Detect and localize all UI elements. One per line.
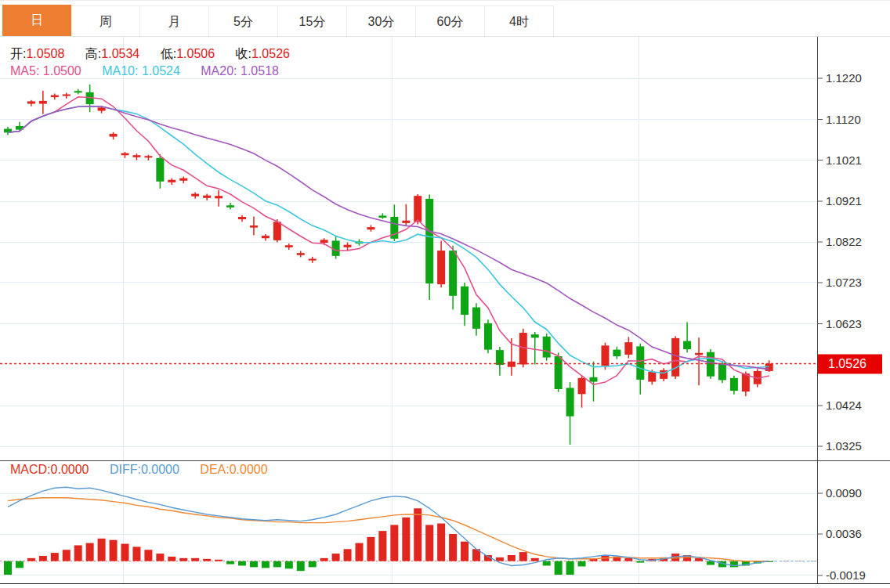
macd-bar: [356, 543, 364, 561]
macd-bar: [273, 561, 281, 568]
tab-60min[interactable]: 60分: [416, 5, 485, 36]
candle-body: [320, 240, 328, 243]
axis-label: 0.0090: [826, 486, 862, 500]
macd-bar: [730, 561, 738, 568]
macd-bar: [390, 525, 398, 561]
macd-bar: [250, 561, 258, 568]
diff-label: DIFF:: [110, 463, 141, 476]
macd-bar: [367, 537, 374, 561]
candle-body: [543, 337, 551, 358]
candle-body: [367, 227, 374, 229]
candle-body: [191, 194, 199, 197]
tab-weekly[interactable]: 周: [71, 5, 140, 36]
candle-body: [519, 333, 527, 364]
close-value: 1.0526: [251, 47, 290, 60]
macd-bar: [238, 561, 246, 566]
macd-bar: [63, 550, 71, 561]
macd-bar: [496, 557, 504, 561]
macd-bar: [344, 549, 352, 561]
tab-daily[interactable]: 日: [2, 5, 71, 36]
macd-bar: [437, 524, 445, 561]
candle-body: [39, 101, 47, 104]
candle-body: [215, 196, 222, 198]
ma10-label: MA10:: [102, 64, 138, 78]
tab-4hour[interactable]: 4时: [485, 5, 554, 36]
candle-body: [74, 91, 82, 92]
macd-bar: [425, 525, 433, 561]
tab-15min[interactable]: 15分: [278, 5, 347, 36]
candle-body: [718, 363, 726, 381]
candle-body: [250, 225, 258, 228]
axis-label: 1.1021: [826, 153, 862, 167]
candle-body: [461, 287, 469, 315]
axis-label: 1.0822: [826, 235, 862, 248]
candle-body: [144, 156, 152, 157]
candle-body: [179, 179, 187, 181]
macd-readout: MACD:0.0000 DIFF:0.0000 DEA:0.0000: [10, 463, 285, 477]
macd-bar: [543, 561, 551, 566]
candle-body: [590, 377, 598, 382]
candle-body: [262, 236, 270, 238]
macd-bar: [156, 554, 164, 561]
candle-body: [449, 251, 457, 296]
candlestick-chart: 1.12201.11201.10211.09211.08221.07231.06…: [0, 0, 890, 588]
candle-body: [309, 259, 317, 261]
tab-5min[interactable]: 5分: [209, 5, 278, 36]
low-value: 1.0506: [176, 47, 215, 60]
macd-bar: [519, 552, 527, 561]
candle-body: [63, 94, 71, 96]
macd-bar: [378, 531, 386, 561]
macd-bar: [110, 540, 118, 561]
ma10-value: 1.0524: [142, 64, 180, 78]
macd-bar: [39, 556, 47, 561]
macd-bar: [179, 558, 187, 561]
high-label: 高:: [85, 47, 101, 60]
macd-bar: [144, 550, 152, 561]
ma20-line: [8, 106, 769, 370]
tab-30min[interactable]: 30分: [347, 5, 416, 36]
kline-app: 1.12201.11201.10211.09211.08221.07231.06…: [0, 0, 890, 588]
macd-bar: [98, 539, 106, 561]
candle-body: [742, 373, 750, 391]
candle-body: [98, 107, 106, 110]
candle-body: [578, 378, 586, 394]
candle-body: [683, 341, 691, 350]
candle-body: [51, 96, 59, 98]
candle-body: [402, 221, 410, 223]
axis-label: 1.0424: [826, 399, 862, 412]
macd-bar: [191, 558, 199, 561]
candle-body: [238, 217, 246, 219]
candle-body: [425, 199, 433, 283]
candle-body: [648, 372, 656, 382]
macd-bar: [402, 518, 410, 561]
axis-label: 1.1120: [826, 113, 861, 126]
axis-label: 1.0623: [826, 317, 862, 330]
macd-bar: [636, 561, 644, 563]
candle-body: [297, 253, 305, 255]
macd-bar: [449, 534, 457, 561]
candle-body: [601, 345, 609, 366]
candle-body: [472, 308, 480, 329]
macd-bar: [332, 554, 340, 561]
candle-body: [226, 205, 234, 207]
macd-bar: [262, 561, 270, 568]
macd-bar: [74, 545, 82, 561]
close-label: 收:: [236, 47, 251, 60]
macd-bar: [285, 561, 293, 569]
candle-body: [671, 338, 679, 377]
candle-body: [566, 388, 574, 416]
macd-bar: [27, 558, 35, 561]
candle-body: [531, 334, 539, 337]
candle-body: [437, 251, 445, 284]
open-label: 开:: [10, 47, 26, 60]
dea-value: 0.0000: [230, 463, 268, 476]
axis-label: 0.0036: [826, 527, 862, 540]
macd-bar: [531, 558, 539, 561]
macd-bar: [309, 561, 317, 568]
candle-body: [203, 196, 211, 198]
candle-body: [110, 134, 118, 137]
ma5-label: MA5:: [10, 64, 39, 78]
axis-label: 1.0325: [826, 439, 862, 453]
tab-monthly[interactable]: 月: [140, 5, 209, 36]
ohlc-readout: 开:1.0508 高:1.0534 低:1.0506 收:1.0526: [10, 46, 307, 63]
